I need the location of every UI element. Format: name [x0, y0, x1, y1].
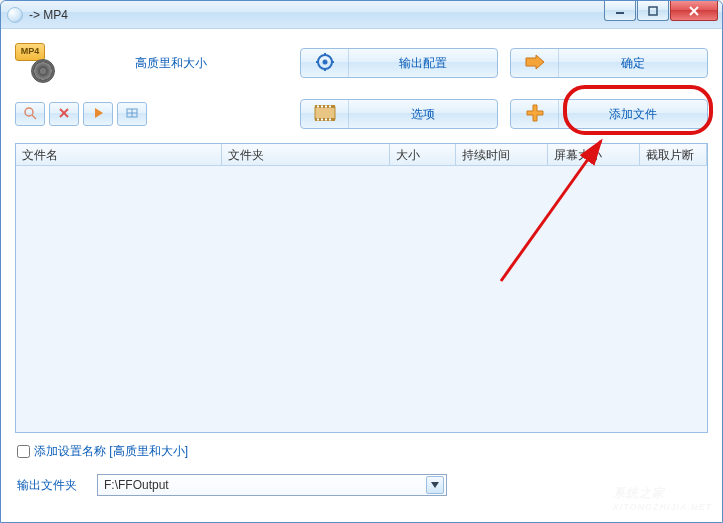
grid-icon	[125, 106, 139, 123]
svg-marker-14	[95, 108, 103, 118]
minimize-button[interactable]	[604, 1, 636, 21]
output-folder-combo[interactable]: F:\FFOutput	[97, 474, 447, 496]
col-size[interactable]: 大小	[390, 144, 456, 165]
tool-button-4[interactable]	[117, 102, 147, 126]
list-header: 文件名 文件夹 大小 持续时间 屏幕大小 截取片断	[16, 144, 707, 166]
app-window: -> MP4 MP4 高质里和大小 输出配置	[0, 0, 723, 523]
svg-rect-24	[329, 105, 331, 107]
svg-rect-1	[649, 7, 657, 15]
svg-marker-29	[431, 482, 439, 488]
file-list[interactable]: 文件名 文件夹 大小 持续时间 屏幕大小 截取片断	[15, 143, 708, 433]
col-screen-size[interactable]: 屏幕大小	[548, 144, 640, 165]
add-settings-name-row[interactable]: 添加设置名称 [高质里和大小]	[17, 443, 708, 460]
svg-rect-21	[317, 105, 319, 107]
col-duration[interactable]: 持续时间	[456, 144, 548, 165]
svg-rect-23	[325, 105, 327, 107]
list-body[interactable]	[16, 166, 707, 432]
add-file-label: 添加文件	[559, 106, 707, 123]
tool-button-3[interactable]	[83, 102, 113, 126]
window-title: -> MP4	[29, 8, 68, 22]
close-button[interactable]	[670, 1, 718, 21]
svg-rect-27	[325, 118, 327, 120]
svg-line-3	[690, 7, 698, 15]
tool-button-1[interactable]	[15, 102, 45, 126]
output-config-button[interactable]: 输出配置	[300, 48, 498, 78]
output-folder-value: F:\FFOutput	[104, 478, 426, 492]
col-folder[interactable]: 文件夹	[222, 144, 390, 165]
output-folder-label: 输出文件夹	[17, 477, 97, 494]
add-settings-name-label: 添加设置名称 [高质里和大小]	[34, 443, 188, 460]
format-icon: MP4	[15, 43, 55, 83]
svg-rect-25	[317, 118, 319, 120]
add-file-button[interactable]: 添加文件	[510, 99, 708, 129]
options-label: 选项	[349, 106, 497, 123]
film-icon	[314, 104, 336, 125]
toolbar: MP4 高质里和大小 输出配置 确定	[1, 29, 722, 141]
bottom-panel: 添加设置名称 [高质里和大小] 输出文件夹 F:\FFOutput	[1, 433, 722, 506]
ok-label: 确定	[559, 55, 707, 72]
chevron-down-icon[interactable]	[426, 476, 444, 494]
output-config-label: 输出配置	[349, 55, 497, 72]
ok-button[interactable]: 确定	[510, 48, 708, 78]
app-icon	[7, 7, 23, 23]
titlebar: -> MP4	[1, 1, 722, 29]
add-settings-name-checkbox[interactable]	[17, 445, 30, 458]
col-filename[interactable]: 文件名	[16, 144, 222, 165]
options-button[interactable]: 选项	[300, 99, 498, 129]
svg-line-2	[690, 7, 698, 15]
gear-icon	[315, 52, 335, 75]
delete-icon	[57, 106, 71, 123]
svg-rect-22	[321, 105, 323, 107]
svg-rect-28	[329, 118, 331, 120]
svg-rect-26	[321, 118, 323, 120]
svg-point-10	[25, 108, 33, 116]
reel-icon	[31, 59, 55, 83]
arrow-right-icon	[524, 54, 546, 73]
svg-line-11	[32, 115, 36, 119]
plus-icon	[525, 103, 545, 126]
profile-label: 高质里和大小	[135, 55, 207, 72]
tool-button-2[interactable]	[49, 102, 79, 126]
col-clip[interactable]: 截取片断	[640, 144, 707, 165]
svg-point-5	[322, 59, 327, 64]
maximize-button[interactable]	[637, 1, 669, 21]
play-icon	[91, 106, 105, 123]
svg-rect-18	[315, 107, 335, 119]
magnifier-icon	[23, 106, 37, 123]
